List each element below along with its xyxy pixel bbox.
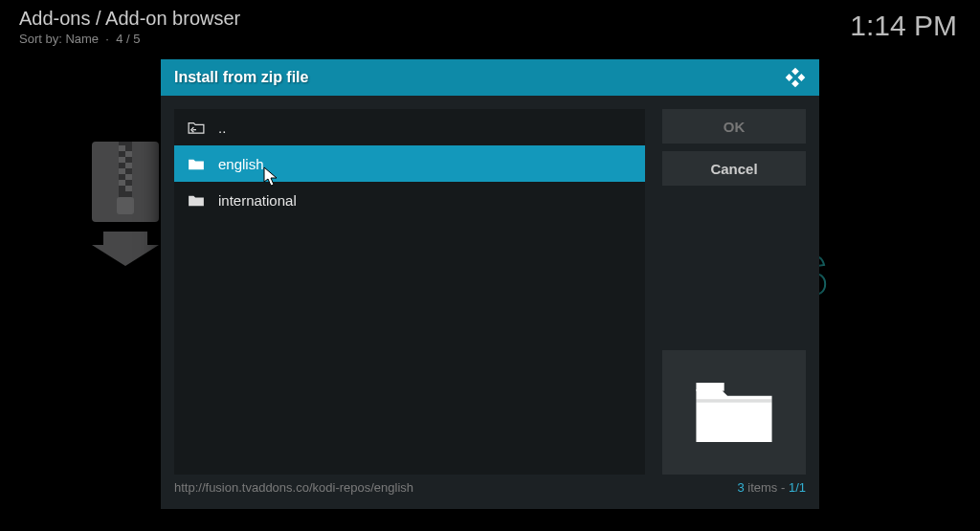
- dialog-titlebar: Install from zip file: [161, 59, 819, 96]
- sort-label: Sort by: Name: [19, 32, 99, 46]
- clock: 1:14 PM: [850, 10, 957, 42]
- dialog-footer: http://fusion.tvaddons.co/kodi-repos/eng…: [161, 480, 819, 509]
- file-row-up[interactable]: ..: [174, 109, 645, 145]
- file-label: international: [218, 192, 297, 209]
- svg-rect-8: [119, 180, 125, 186]
- file-row-english[interactable]: english: [174, 145, 645, 182]
- dialog-right-panel: OK Cancel: [662, 109, 806, 475]
- item-word: items -: [745, 480, 789, 495]
- folder-icon: [188, 193, 205, 207]
- svg-rect-7: [125, 174, 132, 180]
- svg-rect-2: [119, 145, 125, 151]
- folder-icon: [188, 157, 205, 170]
- install-zip-dialog: Install from zip file ..: [161, 59, 819, 509]
- svg-rect-4: [119, 157, 125, 163]
- breadcrumb: Add-ons / Add-on browser: [19, 8, 240, 30]
- svg-rect-9: [125, 186, 132, 191]
- ok-button[interactable]: OK: [662, 109, 806, 144]
- sort-line: Sort by: Name · 4 / 5: [19, 32, 240, 46]
- svg-rect-11: [791, 68, 799, 76]
- dialog-title-text: Install from zip file: [174, 69, 308, 86]
- file-list: .. english international: [174, 109, 645, 475]
- zip-download-icon: [84, 142, 167, 266]
- svg-rect-13: [798, 74, 806, 81]
- file-label: english: [218, 156, 264, 172]
- preview-pane: [662, 350, 806, 475]
- folder-up-icon: [188, 121, 205, 134]
- svg-rect-10: [117, 197, 134, 214]
- file-row-international[interactable]: international: [174, 182, 645, 218]
- svg-rect-12: [786, 74, 793, 81]
- svg-rect-15: [696, 383, 724, 391]
- kodi-logo-icon: [785, 67, 806, 88]
- page-indicator: 1/1: [789, 480, 806, 495]
- svg-rect-16: [696, 399, 771, 402]
- sort-position: 4 / 5: [116, 32, 140, 46]
- cancel-button[interactable]: Cancel: [662, 151, 806, 186]
- dialog-body: .. english international OK Cancel: [161, 96, 819, 480]
- svg-rect-5: [125, 163, 132, 168]
- file-label: ..: [218, 120, 226, 136]
- sort-separator: ·: [102, 32, 116, 46]
- folder-large-icon: [693, 378, 775, 447]
- svg-rect-14: [791, 80, 799, 88]
- footer-path: http://fusion.tvaddons.co/kodi-repos/eng…: [174, 480, 413, 499]
- footer-items: 3 items - 1/1: [737, 480, 806, 499]
- svg-rect-6: [119, 168, 125, 174]
- item-count: 3: [737, 480, 744, 495]
- svg-rect-3: [125, 151, 132, 157]
- background-header: Add-ons / Add-on browser Sort by: Name ·…: [19, 8, 240, 46]
